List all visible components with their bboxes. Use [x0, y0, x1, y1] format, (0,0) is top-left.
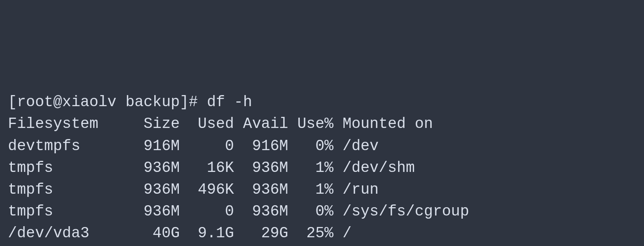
cell-used: 0: [180, 200, 234, 222]
cell-avail: 916M: [234, 135, 288, 157]
cell-used: 16K: [180, 157, 234, 179]
cell-use-pct: 25%: [288, 222, 334, 244]
cell-filesystem: tmpfs: [8, 200, 125, 222]
header-filesystem: Filesystem: [8, 113, 125, 135]
cell-mounted: /: [334, 222, 352, 244]
cell-size: 936M: [125, 200, 180, 222]
header-avail: Avail: [234, 113, 288, 135]
cell-used: 0: [180, 135, 234, 157]
df-row: tmpfs936M0936M0%/sys/fs/cgroup: [8, 200, 636, 222]
cell-avail: 194M: [234, 244, 288, 246]
cell-filesystem: devtmpfs: [8, 135, 125, 157]
cell-mounted: /dev/shm: [334, 157, 415, 179]
cell-mounted: /boot/efi: [334, 244, 424, 246]
cell-mounted: /sys/fs/cgroup: [334, 200, 469, 222]
cell-size: 916M: [125, 135, 180, 157]
df-row: /dev/vda340G9.1G29G25%/: [8, 222, 636, 244]
cell-filesystem: tmpfs: [8, 157, 125, 179]
cell-size: 200M: [125, 244, 180, 246]
cell-size: 936M: [125, 179, 180, 200]
cell-avail: 29G: [234, 222, 288, 244]
cell-use-pct: 0%: [288, 135, 334, 157]
df-header-row: FilesystemSizeUsedAvailUse%Mounted on: [8, 113, 636, 135]
cell-filesystem: /dev/vda3: [8, 222, 125, 244]
cell-use-pct: 0%: [288, 200, 334, 222]
cell-filesystem: /dev/vda2: [8, 244, 125, 246]
cell-avail: 936M: [234, 179, 288, 200]
cell-used: 9.1G: [180, 222, 234, 244]
df-rows: devtmpfs916M0916M0%/devtmpfs936M16K936M1…: [8, 135, 636, 246]
cell-used: 496K: [180, 179, 234, 200]
df-row: devtmpfs916M0916M0%/dev: [8, 135, 636, 157]
df-row: /dev/vda2200M5.8M194M3%/boot/efi: [8, 244, 636, 246]
header-mounted: Mounted on: [334, 113, 433, 135]
cell-filesystem: tmpfs: [8, 179, 125, 200]
cell-use-pct: 3%: [288, 244, 334, 246]
cell-mounted: /run: [334, 179, 379, 200]
cell-size: 40G: [125, 222, 180, 244]
cell-avail: 936M: [234, 200, 288, 222]
header-used: Used: [180, 113, 234, 135]
df-row: tmpfs936M16K936M1%/dev/shm: [8, 157, 636, 179]
shell-prompt-line: [root@xiaolv backup]# df -h: [8, 91, 636, 113]
df-row: tmpfs936M496K936M1%/run: [8, 179, 636, 200]
cell-used: 5.8M: [180, 244, 234, 246]
cell-use-pct: 1%: [288, 157, 334, 179]
cell-avail: 936M: [234, 157, 288, 179]
cell-mounted: /dev: [334, 135, 379, 157]
header-size: Size: [125, 113, 180, 135]
cell-use-pct: 1%: [288, 179, 334, 200]
header-use-pct: Use%: [288, 113, 334, 135]
cell-size: 936M: [125, 157, 180, 179]
